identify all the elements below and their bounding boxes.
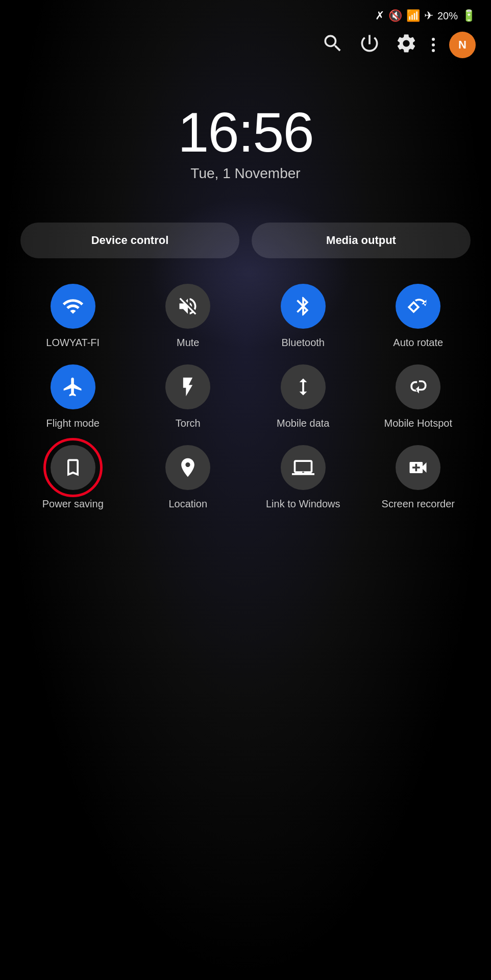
battery-level: 20%	[437, 10, 458, 22]
status-bar: ✗ 🔇 📶 ✈ 20% 🔋	[0, 0, 491, 27]
tile-screenrecorder[interactable]: Screen recorder	[366, 445, 471, 510]
tile-bluetooth[interactable]: Bluetooth	[251, 284, 356, 349]
mobilehotspot-tile-label: Mobile Hotspot	[384, 416, 452, 430]
mute-tile-label: Mute	[177, 336, 199, 349]
bluetooth-tile-label: Bluetooth	[281, 336, 325, 349]
linktowindows-tile-label: Link to Windows	[266, 497, 340, 510]
screen: ✗ 🔇 📶 ✈ 20% 🔋 N 16:56 Tue,	[0, 0, 491, 980]
avatar[interactable]: N	[449, 32, 476, 58]
tiles-container: LOWYAT-FI Mute Bluetooth	[0, 279, 491, 516]
autorotate-tile-icon	[396, 284, 440, 329]
battery-icon: 🔋	[462, 9, 476, 22]
tile-powersaving[interactable]: Power saving	[20, 445, 126, 510]
tile-location[interactable]: Location	[136, 445, 241, 510]
clock-time: 16:56	[178, 104, 313, 160]
mute-tile-icon	[165, 284, 210, 329]
tile-linktowindows[interactable]: Link to Windows	[251, 445, 356, 510]
tiles-row-3: Power saving Location Link to Windows	[20, 445, 471, 510]
tiles-row-2: Flight mode Torch Mobile data	[20, 364, 471, 430]
tile-wifi[interactable]: LOWYAT-FI	[20, 284, 126, 349]
search-button[interactable]	[322, 32, 344, 58]
bluetooth-status-icon: ✗	[375, 9, 384, 22]
wifi-tile-label: LOWYAT-FI	[46, 336, 100, 349]
mobiledata-tile-icon	[281, 364, 326, 409]
location-tile-label: Location	[168, 497, 207, 510]
device-control-button[interactable]: Device control	[20, 223, 239, 258]
tile-autorotate[interactable]: Auto rotate	[366, 284, 471, 349]
status-icons: ✗ 🔇 📶 ✈ 20% 🔋	[375, 9, 476, 22]
linktowindows-tile-icon	[281, 445, 326, 490]
tile-flightmode[interactable]: Flight mode	[20, 364, 126, 430]
mobiledata-tile-label: Mobile data	[277, 416, 329, 430]
airplane-status-icon: ✈	[424, 9, 433, 22]
flightmode-tile-icon	[51, 364, 95, 409]
mute-status-icon: 🔇	[388, 9, 402, 22]
tile-torch[interactable]: Torch	[136, 364, 241, 430]
powersaving-tile-label: Power saving	[42, 497, 104, 510]
flightmode-tile-label: Flight mode	[46, 416, 100, 430]
screenrecorder-tile-label: Screen recorder	[382, 497, 455, 510]
settings-button[interactable]	[395, 32, 418, 58]
clock-section: 16:56 Tue, 1 November	[0, 63, 491, 212]
bluetooth-tile-icon	[281, 284, 326, 329]
tiles-row-1: LOWYAT-FI Mute Bluetooth	[20, 284, 471, 349]
media-output-button[interactable]: Media output	[252, 223, 471, 258]
powersaving-tile-icon	[51, 445, 95, 490]
mobilehotspot-tile-icon	[396, 364, 440, 409]
power-button[interactable]	[358, 32, 381, 58]
clock-date: Tue, 1 November	[190, 165, 300, 182]
tile-mobilehotspot[interactable]: Mobile Hotspot	[366, 364, 471, 430]
top-actions: N	[0, 27, 491, 63]
screenrecorder-tile-icon	[396, 445, 440, 490]
autorotate-tile-label: Auto rotate	[393, 336, 443, 349]
torch-tile-icon	[165, 364, 210, 409]
wifi-status-icon: 📶	[406, 9, 420, 22]
torch-tile-label: Torch	[176, 416, 201, 430]
location-tile-icon	[165, 445, 210, 490]
quick-buttons: Device control Media output	[0, 212, 491, 268]
tile-mobiledata[interactable]: Mobile data	[251, 364, 356, 430]
wifi-tile-icon	[51, 284, 95, 329]
tile-mute[interactable]: Mute	[136, 284, 241, 349]
more-options-button[interactable]	[432, 37, 435, 53]
